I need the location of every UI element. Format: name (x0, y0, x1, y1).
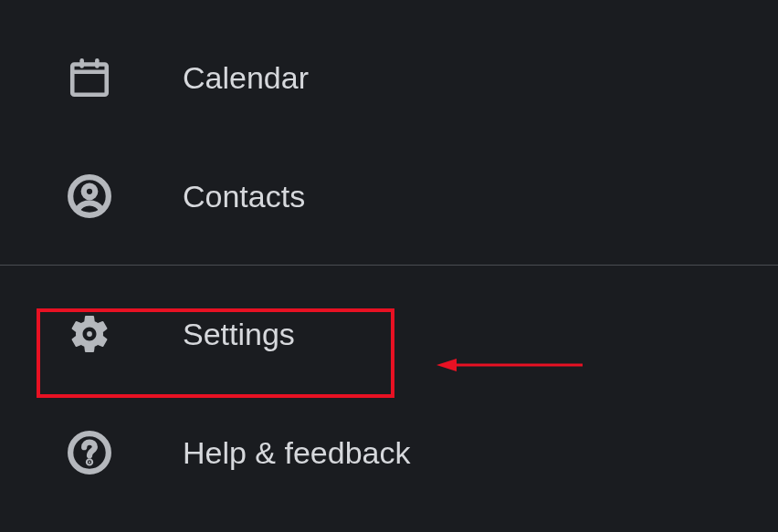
menu-item-label: Help & feedback (183, 435, 411, 471)
svg-point-9 (88, 461, 89, 463)
navigation-menu: Calendar Contacts Settings (0, 0, 778, 512)
svg-point-7 (87, 331, 92, 337)
menu-item-label: Settings (183, 317, 295, 352)
svg-rect-0 (72, 64, 107, 94)
svg-point-5 (83, 186, 95, 198)
gear-icon (64, 309, 114, 360)
help-icon (64, 428, 114, 478)
menu-item-help-feedback[interactable]: Help & feedback (0, 393, 778, 512)
calendar-icon (64, 53, 114, 103)
menu-item-label: Contacts (183, 179, 305, 214)
menu-item-settings[interactable]: Settings (0, 275, 778, 393)
menu-item-calendar[interactable]: Calendar (0, 18, 778, 137)
menu-item-contacts[interactable]: Contacts (0, 137, 778, 256)
contacts-icon (64, 172, 114, 222)
menu-divider (0, 265, 778, 266)
menu-item-label: Calendar (183, 60, 309, 96)
